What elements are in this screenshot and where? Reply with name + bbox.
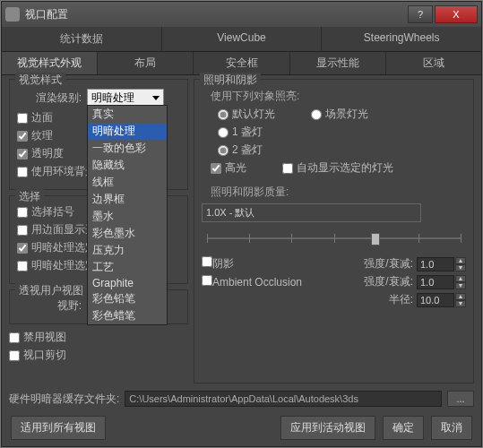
dropdown-item[interactable]: 线框 bbox=[88, 174, 167, 191]
quality-slider[interactable] bbox=[207, 229, 461, 247]
radius-input[interactable] bbox=[417, 293, 454, 307]
auto-show-check[interactable]: 自动显示选定的灯光 bbox=[282, 160, 393, 176]
tab-layout[interactable]: 布局 bbox=[98, 52, 194, 74]
tab-safe-frame[interactable]: 安全框 bbox=[194, 52, 289, 74]
render-level-value: 明暗处理 bbox=[91, 90, 134, 106]
tab-viewcube[interactable]: ViewCube bbox=[162, 27, 323, 51]
app-icon bbox=[5, 7, 20, 22]
disable-view-check[interactable]: 禁用视图 bbox=[9, 330, 66, 345]
view-clip-check[interactable]: 视口剪切 bbox=[9, 348, 66, 363]
quality-value[interactable]: 1.0X - 默认 bbox=[202, 203, 421, 222]
cache-path-input[interactable] bbox=[125, 391, 442, 407]
dropdown-item[interactable]: 彩色墨水 bbox=[88, 225, 167, 242]
two-light-radio[interactable]: 2 盏灯 bbox=[218, 142, 263, 158]
ao-check[interactable]: Ambient Occlusion bbox=[202, 275, 302, 289]
group-selection: 选择 bbox=[15, 189, 44, 204]
quality-label: 照明和阴影质量: bbox=[211, 185, 466, 200]
tab-statistics[interactable]: 统计数据 bbox=[2, 27, 162, 51]
render-level-dropdown: 真实 明暗处理 一致的色彩 隐藏线 线框 边界框 墨水 彩色墨水 压克力 工艺 … bbox=[87, 105, 168, 325]
use-obj-light-label: 使用下列对象照亮: bbox=[211, 89, 466, 104]
texture-check[interactable]: 纹理 bbox=[17, 128, 53, 143]
intensity-input-2[interactable] bbox=[417, 275, 454, 289]
intensity-label-2: 强度/衰减: bbox=[364, 274, 413, 289]
cache-label: 硬件明暗器缓存文件夹: bbox=[9, 392, 119, 407]
intensity-label-1: 强度/衰减: bbox=[364, 256, 413, 271]
shadow-check[interactable]: 阴影 bbox=[202, 256, 234, 271]
render-level-label: 渲染级别: bbox=[17, 90, 82, 106]
default-light-radio[interactable]: 默认灯光 bbox=[218, 107, 275, 122]
dropdown-item[interactable]: 墨水 bbox=[88, 208, 167, 225]
spin-up[interactable]: ▲ bbox=[455, 257, 466, 264]
tab-display-perf[interactable]: 显示性能 bbox=[290, 52, 386, 74]
spin-up[interactable]: ▲ bbox=[455, 293, 466, 300]
fov-label: 视野: bbox=[17, 298, 82, 314]
dropdown-item[interactable]: 真实 bbox=[88, 106, 167, 123]
scene-light-radio[interactable]: 场景灯光 bbox=[311, 107, 368, 122]
dropdown-item[interactable]: 彩色蜡笔 bbox=[88, 307, 167, 324]
spin-down[interactable]: ▼ bbox=[455, 282, 466, 289]
close-button[interactable]: X bbox=[435, 5, 478, 23]
tab-visual-style[interactable]: 视觉样式外观 bbox=[2, 52, 98, 74]
spin-down[interactable]: ▼ bbox=[455, 300, 466, 307]
group-lighting: 照明和阴影 bbox=[200, 73, 261, 88]
dropdown-item[interactable]: 边界框 bbox=[88, 191, 167, 208]
intensity-input-1[interactable] bbox=[417, 257, 454, 271]
dropdown-item[interactable]: Graphite bbox=[88, 276, 167, 290]
dropdown-item[interactable]: 压克力 bbox=[88, 242, 167, 259]
apply-active-button[interactable]: 应用到活动视图 bbox=[280, 416, 375, 440]
browse-button[interactable]: ... bbox=[447, 391, 474, 407]
sel-brackets-check[interactable]: 选择括号 bbox=[17, 204, 74, 220]
apply-all-button[interactable]: 适用到所有视图 bbox=[11, 416, 106, 440]
transparency-check[interactable]: 透明度 bbox=[17, 146, 64, 161]
window-title: 视口配置 bbox=[25, 7, 406, 22]
tab-steeringwheels[interactable]: SteeringWheels bbox=[322, 27, 481, 51]
dropdown-item[interactable]: 彩色铅笔 bbox=[88, 290, 167, 307]
dropdown-item[interactable]: 明暗处理 bbox=[88, 123, 167, 140]
edge-faces-check[interactable]: 边面 bbox=[17, 110, 53, 125]
group-perspective: 透视用户视图 bbox=[15, 283, 87, 298]
chevron-down-icon bbox=[152, 96, 160, 100]
spin-down[interactable]: ▼ bbox=[455, 264, 466, 271]
radius-label: 半径: bbox=[389, 292, 413, 307]
highlight-check[interactable]: 高光 bbox=[211, 160, 246, 176]
env-bg-check[interactable]: 使用环境背景 bbox=[17, 164, 96, 179]
dropdown-item[interactable]: 一致的色彩 bbox=[88, 140, 167, 157]
one-light-radio[interactable]: 1 盏灯 bbox=[218, 125, 263, 140]
help-button[interactable]: ? bbox=[408, 5, 433, 23]
dropdown-item[interactable]: 隐藏线 bbox=[88, 157, 167, 174]
spin-up[interactable]: ▲ bbox=[455, 275, 466, 282]
group-visual-style: 视觉样式 bbox=[15, 73, 65, 88]
dropdown-item[interactable]: 工艺 bbox=[88, 259, 167, 276]
cancel-button[interactable]: 取消 bbox=[431, 416, 472, 440]
ok-button[interactable]: 确定 bbox=[383, 416, 424, 440]
tab-regions[interactable]: 区域 bbox=[386, 52, 481, 74]
